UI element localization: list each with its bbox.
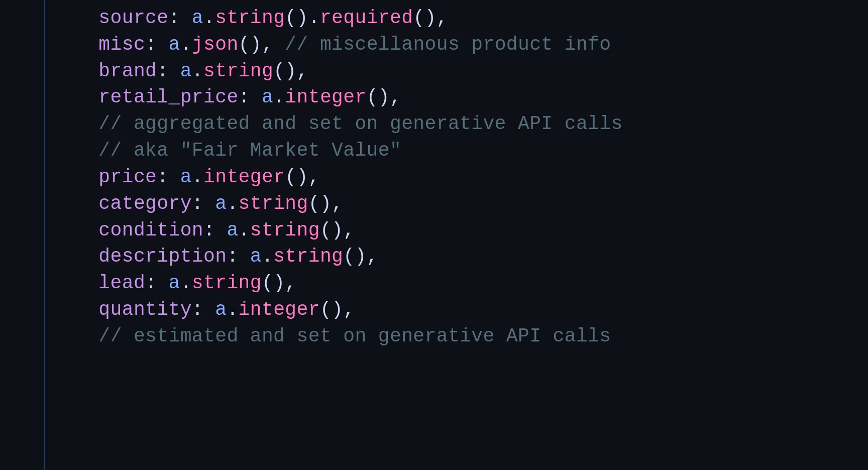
- code-token-paren: (): [320, 299, 343, 320]
- code-token-method-obj: a: [180, 60, 192, 82]
- code-line: // aggregated and set on generative API …: [75, 111, 868, 138]
- code-token-key: lead: [75, 272, 145, 294]
- code-token-dot: .: [273, 86, 285, 108]
- code-token-dot: .: [262, 246, 273, 267]
- code-token-dot: .: [227, 193, 238, 214]
- code-token-colon: :: [227, 246, 250, 267]
- code-token-method-obj: a: [250, 246, 262, 267]
- code-token-comma: ,: [297, 60, 308, 82]
- code-token-comma: ,: [390, 86, 401, 108]
- code-token-method-call: string: [192, 272, 262, 294]
- code-token-dot: .: [227, 299, 238, 320]
- code-token-comma: ,: [285, 272, 296, 294]
- code-token-comma: ,: [262, 34, 273, 55]
- code-token-dot: .: [203, 7, 215, 29]
- code-token-colon: :: [157, 60, 180, 82]
- code-token-dot: .: [180, 34, 192, 55]
- code-line: // estimated and set on generative API c…: [75, 323, 868, 350]
- code-line: misc: a.json(), // miscellanous product …: [75, 32, 868, 58]
- code-token-method-obj: a: [168, 272, 180, 294]
- code-token-comma: ,: [332, 193, 343, 214]
- code-token-comment: // aggregated and set on generative API …: [75, 113, 623, 135]
- code-token-paren: (): [285, 7, 308, 29]
- code-line: // aka "Fair Market Value": [75, 138, 868, 164]
- code-line: condition: a.string(),: [75, 217, 868, 244]
- code-token-comma: ,: [367, 246, 378, 267]
- code-line: brand: a.string(),: [75, 58, 868, 85]
- code-token-method-call: string: [203, 60, 273, 82]
- code-token-comma: ,: [343, 219, 355, 241]
- code-token-paren: (): [343, 246, 366, 267]
- code-editor[interactable]: source: a.string().required(), misc: a.j…: [45, 0, 868, 470]
- code-token-colon: :: [145, 272, 168, 294]
- code-token-comment: // miscellanous product info: [285, 34, 611, 55]
- code-token-key: condition: [75, 219, 203, 241]
- code-token-text-normal: [273, 34, 285, 55]
- code-token-comment: // estimated and set on generative API c…: [75, 325, 611, 347]
- code-token-method-obj: a: [192, 7, 203, 29]
- code-token-key: category: [75, 193, 192, 214]
- code-token-method-obj: a: [168, 34, 180, 55]
- code-token-dot: .: [239, 219, 250, 241]
- code-token-dot: .: [180, 272, 192, 294]
- code-token-paren: (): [413, 7, 436, 29]
- code-token-method-call: required: [320, 7, 413, 29]
- code-token-method-call: json: [192, 34, 239, 55]
- code-token-comma: ,: [343, 299, 355, 320]
- code-line: description: a.string(),: [75, 244, 868, 270]
- code-token-paren: (): [367, 86, 390, 108]
- code-token-method-call: integer: [203, 166, 285, 188]
- code-token-key: price: [75, 166, 157, 188]
- code-token-method-obj: a: [215, 193, 227, 214]
- code-line: lead: a.string(),: [75, 270, 868, 297]
- code-token-method-obj: a: [215, 299, 227, 320]
- code-line: quantity: a.integer(),: [75, 297, 868, 323]
- code-token-colon: :: [239, 86, 262, 108]
- code-token-key: misc: [75, 34, 145, 55]
- code-token-paren: (): [239, 34, 262, 55]
- code-token-paren: (): [273, 60, 296, 82]
- code-token-colon: :: [168, 7, 191, 29]
- code-token-method-obj: a: [180, 166, 192, 188]
- line-number-gutter: [0, 0, 45, 470]
- code-token-method-call: integer: [285, 86, 366, 108]
- code-token-dot: .: [192, 166, 203, 188]
- code-token-method-call: string: [273, 246, 343, 267]
- code-token-key: retail_price: [75, 86, 239, 108]
- code-token-colon: :: [157, 166, 180, 188]
- code-token-key: source: [75, 7, 168, 29]
- code-line: price: a.integer(),: [75, 164, 868, 191]
- code-token-colon: :: [203, 219, 227, 241]
- code-line: retail_price: a.integer(),: [75, 84, 868, 111]
- code-line: source: a.string().required(),: [75, 5, 868, 32]
- code-line: category: a.string(),: [75, 191, 868, 217]
- code-token-colon: :: [192, 193, 215, 214]
- code-token-comma: ,: [308, 166, 320, 188]
- code-token-colon: :: [145, 34, 168, 55]
- code-token-paren: (): [262, 272, 285, 294]
- code-token-method-call: string: [239, 193, 308, 214]
- code-token-paren: (): [285, 166, 308, 188]
- code-token-comment: // aka "Fair Market Value": [75, 140, 401, 161]
- code-token-comma: ,: [437, 7, 448, 29]
- code-token-method-call: string: [215, 7, 285, 29]
- code-token-method-obj: a: [262, 86, 273, 108]
- code-token-colon: :: [192, 299, 215, 320]
- code-token-method-obj: a: [227, 219, 238, 241]
- code-token-paren: (): [308, 193, 332, 214]
- code-token-dot: .: [192, 60, 203, 82]
- code-token-paren: (): [320, 219, 343, 241]
- code-token-key: quantity: [75, 299, 192, 320]
- code-token-key: description: [75, 246, 227, 267]
- code-token-method-call: string: [250, 219, 320, 241]
- code-token-dot: .: [308, 7, 320, 29]
- code-token-method-call: integer: [239, 299, 320, 320]
- code-token-key: brand: [75, 60, 157, 82]
